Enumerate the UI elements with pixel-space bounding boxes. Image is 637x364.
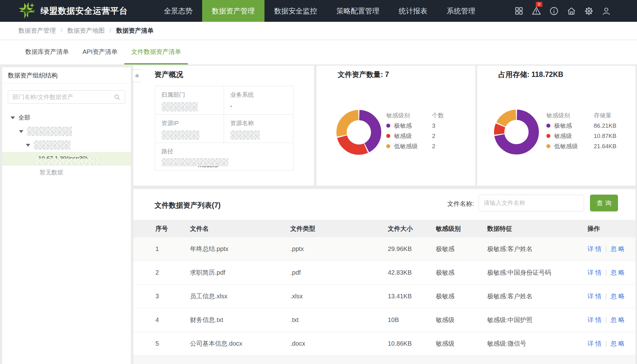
action-separator: | [605, 340, 607, 347]
ignore-link[interactable]: 忽略 [611, 339, 626, 348]
main-menu: 全景态势数据资产管理数据安全监控策略配置管理统计报表系统管理 [154, 0, 485, 22]
tab-item[interactable]: 数据库资产清单 [18, 40, 76, 64]
nav-item[interactable]: 统计报表 [389, 0, 437, 22]
caret-down-icon[interactable] [19, 130, 23, 133]
legend-dot-icon [546, 144, 550, 148]
breadcrumb-item: 数据资产清单 [116, 26, 154, 35]
org-tree: 全部 10.67.1.30(insp30) 暂无数据 [2, 111, 131, 179]
file-name-label: 文件名称: [447, 200, 474, 208]
nav-item[interactable]: 数据安全监控 [264, 0, 327, 22]
tab-active[interactable]: 文件数据资产清单 [124, 40, 188, 64]
breadcrumb-item[interactable]: 数据资产地图 [67, 26, 105, 35]
detail-link[interactable]: 详情 [587, 292, 603, 300]
nav-item[interactable]: 全景态势 [154, 0, 202, 22]
file-name-placeholder: 请输入文件名称 [484, 199, 525, 207]
table-cell: .xlsx [290, 293, 388, 300]
collapse-sidebar-button[interactable]: « [132, 69, 141, 82]
legend-value: 21.64KB [594, 143, 631, 150]
breadcrumb-separator: / [61, 27, 62, 34]
ignore-link[interactable]: 忽略 [611, 245, 626, 253]
file-count-legend: 敏感级别个数极敏感3敏感级2低敏感级2 [386, 110, 460, 151]
file-count-card: 文件资产数量: 7 敏感级别个数极敏感3敏感级2低敏感级2 [316, 66, 475, 186]
tree-node-label: 全部 [18, 114, 30, 122]
detail-link[interactable]: 详情 [587, 316, 603, 324]
apps-grid-icon[interactable] [514, 6, 524, 16]
nav-item[interactable]: 策略配置管理 [327, 0, 389, 22]
nav-item[interactable]: 系统管理 [437, 0, 485, 22]
legend-dot-icon [386, 134, 390, 138]
tree-node-selected[interactable]: 10.67.1.30(insp30) [2, 152, 131, 166]
navbar-icons: 0 [514, 0, 611, 22]
ignore-link[interactable]: 忽略 [611, 292, 626, 300]
file-asset-list-card: 文件数据资产列表(7) 文件名称: 请输入文件名称 查询 序号文件名文件类型文件… [133, 189, 635, 364]
masked-value [36, 158, 99, 165]
masked-value [161, 130, 199, 140]
detail-link[interactable]: 详情 [587, 245, 603, 253]
table-cell: 极敏感:中国身份证号码 [487, 268, 587, 277]
legend-item: 敏感级 [386, 132, 432, 140]
table-row: 3员工信息.xlsx.xlsx13.41KB极敏感极敏感:客户姓名详情|忽略 [133, 285, 635, 308]
alarm-triangle-icon[interactable]: 0 [531, 6, 541, 16]
detail-link[interactable]: 详情 [587, 339, 603, 348]
list-title: 文件数据资产列表(7) [154, 201, 221, 210]
detail-link[interactable]: 详情 [587, 268, 603, 277]
file-name-input[interactable]: 请输入文件名称 [478, 195, 584, 211]
storage-card: 占用存储: 118.72KB 敏感级别存储量极敏感86.21KB敏感级10.87… [477, 66, 635, 186]
user-icon[interactable] [601, 6, 611, 16]
table-cell: 4 [133, 316, 190, 324]
query-button[interactable]: 查询 [590, 195, 618, 211]
table-row: 1年终总结.pptx.pptx29.96KB极敏感极敏感:客户姓名详情|忽略 [133, 237, 635, 261]
table-cell: 10B [388, 316, 436, 324]
ignore-link[interactable]: 忽略 [611, 316, 626, 324]
breadcrumb-item[interactable]: 数据资产管理 [18, 26, 56, 35]
column-header: 操作 [587, 225, 635, 233]
masked-value [230, 130, 260, 140]
legend-label: 低敏感级 [394, 142, 418, 150]
caret-down-icon[interactable] [11, 116, 15, 119]
legend-dot-icon [386, 124, 390, 128]
overview-table: 归属部门 业务系统 - 资源IP 资源名称 路径 models/ [155, 86, 293, 171]
overview-cell: 资源名称 [224, 115, 293, 143]
column-header: 序号 [133, 225, 190, 233]
tree-node-masked[interactable] [2, 138, 131, 152]
table-cell: 年终总结.pptx [190, 245, 290, 253]
tree-node-masked[interactable] [2, 125, 131, 138]
overview-cell: 资源IP [155, 115, 224, 143]
table-cell: 42.83KB [388, 269, 436, 276]
legend-value: 10.87KB [594, 133, 631, 139]
legend-item: 极敏感 [386, 122, 432, 130]
info-circle-icon[interactable] [549, 6, 559, 16]
nav-item[interactable]: 数据资产管理 [202, 0, 264, 22]
table-cell: 13.41KB [388, 293, 436, 300]
table-cell: 29.96KB [388, 245, 436, 253]
breadcrumb-separator: / [110, 27, 111, 34]
table-cell: 极敏感 [436, 268, 487, 277]
legend-item: 极敏感 [546, 122, 594, 130]
org-tree-title: 数据资产组织结构 [2, 67, 131, 83]
app-title: 绿盟数据安全运营平台 [40, 5, 128, 17]
org-search-input[interactable]: 部门名称/文件数据资产 [8, 90, 125, 104]
legend-label: 极敏感 [394, 122, 412, 130]
table-cell: 公司基本信息.docx [190, 339, 290, 348]
overview-title: 资产概况 [154, 70, 183, 79]
gear-icon[interactable] [584, 6, 594, 16]
table-cell: 敏感级:中国护照 [487, 316, 587, 324]
row-actions: 详情|忽略 [587, 292, 635, 300]
brand: 绿盟数据安全运营平台 [17, 1, 128, 21]
tree-node-root[interactable]: 全部 [2, 111, 131, 125]
legend-item: 敏感级 [546, 132, 594, 140]
table-cell: 敏感级 [436, 316, 487, 324]
action-separator: | [605, 269, 607, 276]
overview-cell: 路径 models/ [155, 143, 293, 171]
table-cell: 财务信息.txt [190, 316, 290, 324]
tab-item[interactable]: API资产清单 [76, 40, 124, 64]
file-table: 序号文件名文件类型文件大小敏感级别数据特征操作1年终总结.pptx.pptx29… [133, 220, 635, 364]
table-row: 4财务信息.txt.txt10B敏感级敏感级:中国护照详情|忽略 [133, 308, 635, 332]
storage-donut-chart [492, 107, 541, 157]
ignore-link[interactable]: 忽略 [611, 268, 626, 277]
home-icon[interactable] [566, 6, 576, 16]
caret-down-icon[interactable] [26, 144, 30, 147]
org-search-placeholder: 部门名称/文件数据资产 [12, 93, 73, 101]
table-cell: 2 [133, 269, 190, 276]
field-value: - [230, 102, 293, 110]
